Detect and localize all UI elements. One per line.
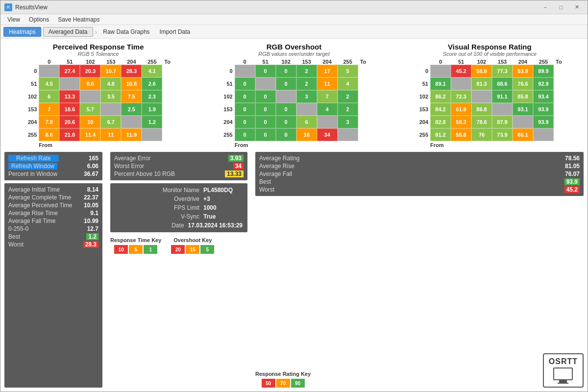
heatmap-visual-response-rating: Visual Response Rating Score out of 100 … (396, 43, 584, 148)
avg-rise-rating-value: 81.05 (565, 163, 580, 170)
overshoot-key-15: 15 (186, 245, 199, 254)
heatmap3-grid: 0 51 102 153 204 255 To 0 45.2 58.8 77.3 (417, 59, 562, 148)
time-stats-panel: Average Initial Time 8.14 Average Comple… (4, 183, 102, 388)
heatmap2-row-51: 51 0 0 2 11 4 (222, 77, 358, 90)
avg-rating-label: Average Rating (259, 155, 300, 162)
heatmap1-subtitle: RGB 5 Tolerance (78, 51, 119, 57)
tab-averaged-data[interactable]: Averaged Data (43, 27, 93, 37)
avg-perceived-row: Average Perceived Time 10.05 (8, 201, 98, 209)
heatmap3-row-255: 255 81.2 55.8 76 73.9 66.1 (417, 128, 554, 141)
menu-save-heatmaps[interactable]: Save Heatmaps (54, 15, 103, 24)
date-value: 17.03.2024 16:53:29 (188, 222, 243, 229)
heatmap1-col-204: 204 (121, 59, 142, 65)
heatmap1-col-headers: 0 51 102 153 204 255 To (26, 59, 171, 65)
overdrive-value: +3 (203, 196, 243, 202)
avg-fall-rating-value: 76.07 (565, 171, 580, 177)
heatmap1-row-0: 0 27.4 20.3 10.7 28.3 4.1 (26, 65, 162, 77)
maximize-button[interactable]: □ (554, 2, 568, 12)
response-time-key-5: 5 (129, 245, 143, 254)
heatmap2-subtitle: RGB values over/under target (258, 51, 330, 57)
menu-bar: View Options Save Heatmaps (0, 14, 588, 25)
percent-above-label: Percent Above 10 RGB (114, 171, 175, 177)
refresh-rate-value: 165 (89, 155, 98, 162)
heatmap1-row-102: 102 6 13.3 3.5 7.5 2.3 (26, 90, 162, 103)
worst-rating-row: Worst 45.2 (259, 186, 580, 194)
heatmap1-to-label: To (162, 59, 171, 65)
heatmap1-row-51: 51 4.5 8.6 4.8 10.8 2.6 (26, 77, 162, 90)
heatmap1-grid: 0 51 102 153 204 255 To 0 27.4 20.3 (26, 59, 171, 148)
vsync-row: V-Sync True (115, 212, 243, 221)
avg-rating-row: Average Rating 78.56 (259, 154, 580, 162)
heatmap2-col-headers: 0 51 102 153 204 255 To (222, 59, 367, 65)
bottom-right-panels: Average Rating 78.56 Average Rise 81.05 … (255, 152, 584, 388)
window-title: ResultsView (15, 4, 48, 11)
avg-fall-rating-row: Average Fall 76.07 (259, 170, 580, 178)
response-time-key-1: 1 (144, 245, 157, 254)
worst-value: 28.3 (83, 241, 98, 248)
heatmaps-section: Perceived Response Time RGB 5 Tolerance … (4, 43, 584, 148)
avg-perceived-label: Average Perceived Time (8, 202, 73, 209)
monitor-name-row: Monitor Name PL4580DQ (115, 186, 243, 195)
fps-limit-label: FPS Limit (174, 204, 199, 211)
main-content: Perceived Response Time RGB 5 Tolerance … (0, 39, 588, 392)
heatmap2-from-label: From (235, 142, 248, 148)
monitor-name-value: PL4580DQ (203, 187, 243, 194)
refresh-panel: Refresh Rate 165 Refresh Window 6.06 Per… (4, 152, 102, 180)
heatmap2-row-0: 0 0 0 2 17 5 (222, 65, 358, 77)
best-rating-label: Best (259, 178, 271, 185)
response-rating-key-90: 90 (291, 379, 305, 388)
avg-perceived-value: 10.05 (84, 202, 98, 209)
refresh-window-value: 6.06 (87, 163, 98, 170)
percent-window-label: Percent in Window (8, 171, 57, 177)
heatmap1-col-0: 0 (39, 59, 59, 65)
overdrive-row: Overdrive +3 (115, 195, 243, 203)
tab-heatmaps[interactable]: Heatmaps (3, 27, 41, 37)
heatmap1-col-51: 51 (59, 59, 80, 65)
vsync-label: V-Sync (181, 213, 199, 220)
tab-raw-data[interactable]: Raw Data Graphs (99, 27, 153, 36)
heatmap2-grid: 0 51 102 153 204 255 To 0 0 0 2 1 (222, 59, 367, 148)
monitor-base (558, 383, 568, 384)
refresh-rate-label: Refresh Rate (8, 155, 59, 162)
date-label: Date (172, 222, 184, 229)
avg-rise-rating-label: Average Rise (259, 163, 294, 170)
monitor-screen (553, 368, 573, 380)
percent-window-value: 36.67 (84, 171, 98, 177)
best-rating-row: Best 93.9 (259, 178, 580, 186)
heatmap1-col-102: 102 (80, 59, 100, 65)
avg-rise-row: Average Rise Time 9.1 (8, 209, 98, 217)
menu-view[interactable]: View (3, 15, 24, 24)
tab-import-data[interactable]: Import Data (156, 27, 195, 36)
heatmap3-subtitle: Score out of 100 of visible performance (443, 51, 537, 57)
response-rating-key-50: 50 (262, 379, 275, 388)
minimize-button[interactable]: − (539, 2, 552, 12)
response-time-key-boxes: 10 5 1 (114, 245, 157, 254)
avg-rise-rating-row: Average Rise 81.05 (259, 162, 580, 170)
heatmap2-row-204: 204 0 0 0 6 3 (222, 116, 358, 128)
toolbar: Heatmaps Averaged Data › Raw Data Graphs… (0, 25, 588, 39)
overshoot-key: Overshoot Key 20 15 5 (171, 237, 214, 254)
heatmap3-row-204: 204 82.8 58.3 78.6 87.9 93.9 (417, 116, 554, 128)
close-button[interactable]: ✕ (570, 2, 584, 12)
heatmap3-row-102: 102 86.2 72.3 91.1 85.8 93.4 (417, 90, 554, 103)
worst-rating-label: Worst (259, 186, 274, 193)
heatmap3-row-153: 153 84.2 61.9 86.8 93.1 93.9 (417, 103, 554, 116)
avg-fall-value: 10.99 (84, 218, 98, 224)
menu-options[interactable]: Options (25, 15, 53, 24)
heatmap1-title: Perceived Response Time (53, 43, 144, 51)
worst-error-row: Worst Error 34 (114, 162, 244, 170)
response-rating-key-boxes: 50 70 90 (262, 379, 305, 388)
heatmap2-row-102: 102 0 0 3 7 2 (222, 90, 358, 103)
avg-initial-value: 8.14 (87, 186, 98, 193)
heatmap1-col-255: 255 (142, 59, 162, 65)
heatmap-rgb-overshoot: RGB Overshoot RGB values over/under targ… (200, 43, 388, 148)
heatmap1-col-153: 153 (100, 59, 121, 65)
worst-label: Worst (8, 241, 24, 248)
heatmap1-from-label: From (39, 142, 52, 148)
app-icon: R (4, 3, 12, 11)
best-label: Best (8, 233, 20, 240)
osrtt-logo: OSRTT (543, 353, 584, 388)
worst-row: Worst 28.3 (8, 241, 98, 248)
date-row: Date 17.03.2024 16:53:29 (115, 221, 243, 230)
avg-fall-row: Average Fall Time 10.99 (8, 217, 98, 225)
